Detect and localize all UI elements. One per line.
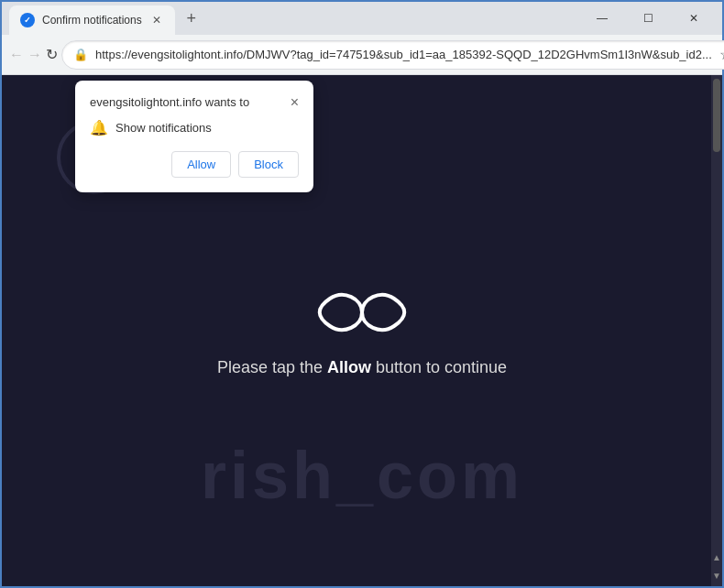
lock-icon: 🔒 — [73, 48, 88, 61]
page-center-content: Please tap the Allow button to continue — [217, 285, 507, 377]
minimize-button[interactable]: — — [581, 5, 623, 32]
popup-buttons: Allow Block — [90, 151, 299, 178]
webpage-content: rish_com Please tap the Allow button to … — [2, 75, 722, 586]
window-controls: — ☐ ✕ — [581, 5, 715, 32]
scrollbar-thumb[interactable] — [713, 79, 720, 152]
popup-close-button[interactable]: × — [291, 95, 299, 110]
close-button[interactable]: ✕ — [673, 5, 715, 32]
allow-button[interactable]: Allow — [171, 151, 231, 178]
message-highlight: Allow — [327, 358, 371, 376]
browser-window: Confirm notifications ✕ + — ☐ ✕ ← → ↻ 🔒 … — [0, 0, 724, 588]
forward-button[interactable]: → — [27, 40, 42, 70]
page-message: Please tap the Allow button to continue — [217, 358, 507, 377]
active-tab[interactable]: Confirm notifications ✕ — [9, 5, 175, 35]
bookmark-icon[interactable]: ☆ — [719, 46, 724, 63]
back-button[interactable]: ← — [9, 40, 24, 70]
tab-bar: Confirm notifications ✕ + — [9, 2, 577, 35]
notification-popup: evengsitolightont.info wants to × 🔔 Show… — [75, 81, 313, 192]
tab-favicon — [20, 13, 35, 27]
title-bar: Confirm notifications ✕ + — ☐ ✕ — [2, 2, 722, 35]
toolbar: ← → ↻ 🔒 https://evengsitolightont.info/D… — [2, 35, 722, 75]
popup-domain-text: evengsitolightont.info wants to — [90, 95, 249, 109]
reload-button[interactable]: ↻ — [46, 40, 58, 70]
url-text: https://evengsitolightont.info/DMJWV?tag… — [95, 48, 712, 61]
tab-title: Confirm notifications — [42, 14, 142, 27]
popup-header: evengsitolightont.info wants to × — [90, 95, 299, 110]
scrollbar[interactable]: ▲ ▼ — [711, 75, 722, 586]
address-bar[interactable]: 🔒 https://evengsitolightont.info/DMJWV?t… — [61, 40, 724, 70]
message-prefix: Please tap the — [217, 358, 327, 376]
scrollbar-up-arrow[interactable]: ▲ — [711, 550, 722, 564]
maximize-button[interactable]: ☐ — [627, 5, 669, 32]
new-tab-button[interactable]: + — [179, 5, 204, 31]
infinity-icon — [307, 285, 417, 340]
message-suffix: button to continue — [371, 358, 507, 376]
scrollbar-down-arrow[interactable]: ▼ — [711, 568, 722, 583]
watermark-text: rish_com — [201, 438, 523, 513]
permission-text: Show notifications — [115, 121, 212, 135]
tab-close-button[interactable]: ✕ — [149, 13, 164, 27]
block-button[interactable]: Block — [238, 151, 299, 178]
bell-icon: 🔔 — [90, 119, 108, 136]
popup-permission-row: 🔔 Show notifications — [90, 119, 299, 136]
